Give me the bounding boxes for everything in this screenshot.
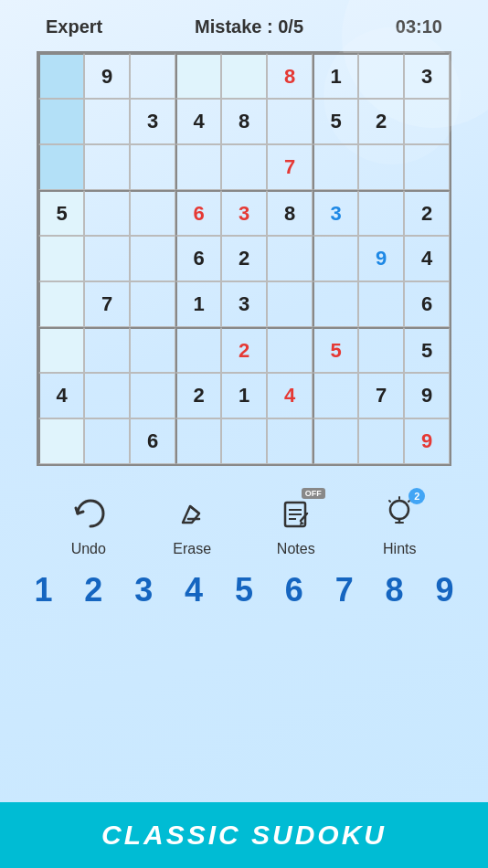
- cell-r6-c3[interactable]: [175, 327, 221, 373]
- cell-r1-c0[interactable]: [38, 99, 84, 144]
- cell-r1-c6[interactable]: 5: [313, 99, 358, 144]
- cell-r8-c4[interactable]: [221, 418, 267, 464]
- cell-r5-c5[interactable]: [267, 281, 313, 327]
- cell-r3-c6[interactable]: 3: [313, 190, 358, 236]
- num-btn-7[interactable]: 7: [323, 571, 366, 609]
- cell-r2-c0[interactable]: [38, 144, 84, 190]
- notes-button[interactable]: OFF Notes: [274, 492, 318, 557]
- notes-off-badge: OFF: [302, 488, 325, 499]
- undo-button[interactable]: Undo: [67, 492, 111, 557]
- cell-r0-c7[interactable]: [358, 53, 404, 99]
- cell-r8-c0[interactable]: [38, 418, 84, 464]
- cell-r6-c4[interactable]: 2: [221, 327, 267, 373]
- num-btn-1[interactable]: 1: [21, 571, 65, 609]
- cell-r7-c8[interactable]: 9: [404, 373, 450, 418]
- cell-r7-c2[interactable]: [130, 373, 175, 418]
- cell-r3-c2[interactable]: [130, 190, 175, 236]
- cell-r6-c0[interactable]: [38, 327, 84, 373]
- cell-r5-c4[interactable]: 3: [221, 281, 267, 327]
- cell-r7-c5[interactable]: 4: [267, 373, 313, 418]
- cell-r2-c1[interactable]: [84, 144, 130, 190]
- num-btn-4[interactable]: 4: [172, 571, 216, 609]
- cell-r8-c3[interactable]: [175, 418, 221, 464]
- cell-r4-c8[interactable]: 4: [404, 236, 450, 281]
- cell-r6-c2[interactable]: [130, 327, 175, 373]
- cell-r3-c7[interactable]: [358, 190, 404, 236]
- cell-r8-c5[interactable]: [267, 418, 313, 464]
- cell-r4-c4[interactable]: 2: [221, 236, 267, 281]
- cell-r5-c8[interactable]: 6: [404, 281, 450, 327]
- cell-r8-c6[interactable]: [313, 418, 358, 464]
- cell-r1-c1[interactable]: [84, 99, 130, 144]
- cell-r2-c5[interactable]: 7: [267, 144, 313, 190]
- cell-r0-c2[interactable]: [130, 53, 175, 99]
- cell-r4-c6[interactable]: [313, 236, 358, 281]
- cell-r7-c3[interactable]: 2: [175, 373, 221, 418]
- cell-r6-c8[interactable]: 5: [404, 327, 450, 373]
- cell-r0-c3[interactable]: [175, 53, 221, 99]
- num-btn-2[interactable]: 2: [71, 571, 115, 609]
- cell-r1-c2[interactable]: 3: [130, 99, 175, 144]
- cell-r8-c7[interactable]: [358, 418, 404, 464]
- cell-r0-c8[interactable]: 3: [404, 53, 450, 99]
- cell-r5-c0[interactable]: [38, 281, 84, 327]
- cell-r0-c4[interactable]: [221, 53, 267, 99]
- cell-r6-c5[interactable]: [267, 327, 313, 373]
- cell-r7-c1[interactable]: [84, 373, 130, 418]
- svg-line-9: [389, 501, 390, 502]
- undo-label: Undo: [71, 541, 106, 557]
- cell-r0-c0[interactable]: [38, 53, 84, 99]
- cell-r4-c1[interactable]: [84, 236, 130, 281]
- cell-r7-c6[interactable]: [313, 373, 358, 418]
- cell-r2-c6[interactable]: [313, 144, 358, 190]
- cell-r1-c7[interactable]: 2: [358, 99, 404, 144]
- cell-r0-c5[interactable]: 8: [267, 53, 313, 99]
- cell-r2-c2[interactable]: [130, 144, 175, 190]
- cell-r3-c0[interactable]: 5: [38, 190, 84, 236]
- cell-r4-c3[interactable]: 6: [175, 236, 221, 281]
- cell-r3-c3[interactable]: 6: [175, 190, 221, 236]
- cell-r2-c4[interactable]: [221, 144, 267, 190]
- number-pad: 123456789: [18, 571, 470, 609]
- cell-r2-c7[interactable]: [358, 144, 404, 190]
- num-btn-3[interactable]: 3: [122, 571, 165, 609]
- cell-r3-c5[interactable]: 8: [267, 190, 313, 236]
- cell-r3-c1[interactable]: [84, 190, 130, 236]
- cell-r8-c8[interactable]: 9: [404, 418, 450, 464]
- cell-r2-c3[interactable]: [175, 144, 221, 190]
- cell-r4-c5[interactable]: [267, 236, 313, 281]
- num-btn-5[interactable]: 5: [222, 571, 266, 609]
- cell-r0-c1[interactable]: 9: [84, 53, 130, 99]
- cell-r7-c0[interactable]: 4: [38, 373, 84, 418]
- cell-r5-c3[interactable]: 1: [175, 281, 221, 327]
- cell-r1-c3[interactable]: 4: [175, 99, 221, 144]
- cell-r4-c7[interactable]: 9: [358, 236, 404, 281]
- cell-r6-c1[interactable]: [84, 327, 130, 373]
- cell-r0-c6[interactable]: 1: [313, 53, 358, 99]
- cell-r7-c7[interactable]: 7: [358, 373, 404, 418]
- cell-r1-c4[interactable]: 8: [221, 99, 267, 144]
- cell-r5-c6[interactable]: [313, 281, 358, 327]
- num-btn-9[interactable]: 9: [422, 571, 466, 609]
- cell-r4-c0[interactable]: [38, 236, 84, 281]
- cell-r5-c2[interactable]: [130, 281, 175, 327]
- cell-r6-c6[interactable]: 5: [313, 327, 358, 373]
- cell-r4-c2[interactable]: [130, 236, 175, 281]
- num-btn-6[interactable]: 6: [272, 571, 316, 609]
- cell-r3-c4[interactable]: 3: [221, 190, 267, 236]
- cell-r8-c1[interactable]: [84, 418, 130, 464]
- cell-r6-c7[interactable]: [358, 327, 404, 373]
- cell-r7-c4[interactable]: 1: [221, 373, 267, 418]
- sudoku-grid[interactable]: 98133485275638326294713625542147969: [37, 51, 451, 466]
- cell-r1-c8[interactable]: [404, 99, 450, 144]
- bottom-banner: CLASSIC SUDOKU: [0, 802, 488, 868]
- cell-r5-c7[interactable]: [358, 281, 404, 327]
- cell-r3-c8[interactable]: 2: [404, 190, 450, 236]
- cell-r2-c8[interactable]: [404, 144, 450, 190]
- cell-r5-c1[interactable]: 7: [84, 281, 130, 327]
- hints-button[interactable]: 2 Hints: [377, 492, 421, 557]
- num-btn-8[interactable]: 8: [373, 571, 417, 609]
- cell-r1-c5[interactable]: [267, 99, 313, 144]
- cell-r8-c2[interactable]: 6: [130, 418, 175, 464]
- erase-button[interactable]: Erase: [170, 492, 214, 557]
